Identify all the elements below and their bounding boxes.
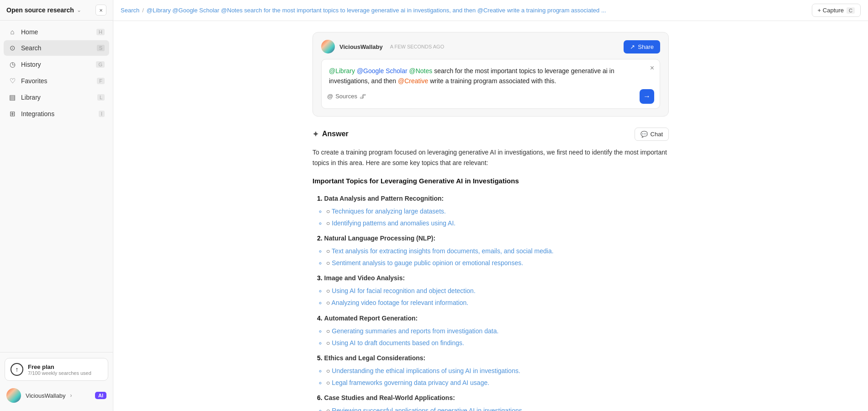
list-number: 3.	[317, 274, 323, 282]
nav-item-left-search: ⊙ Search	[8, 44, 41, 52]
sparkle-icon: ✦	[312, 130, 318, 139]
answer-sub-item: Reviewing successful applications of gen…	[326, 406, 669, 411]
nav-item-left-home: ⌂ Home	[8, 28, 38, 36]
user-chevron-icon: ›	[70, 392, 72, 399]
nav-item-label-search: Search	[21, 44, 41, 52]
nav-item-label-home: Home	[21, 28, 38, 36]
list-title: Data Analysis and Pattern Recognition:	[324, 195, 444, 202]
answer-sub-list: Using AI for facial recognition and obje…	[326, 286, 669, 308]
sidebar-title-group: Open source research ⌄	[6, 6, 81, 14]
capture-label: + Capture	[818, 7, 844, 14]
sources-button[interactable]: @ Sources 🖇	[327, 92, 366, 100]
send-icon: →	[643, 92, 651, 101]
favorites-icon: ♡	[8, 77, 16, 85]
topbar: Search / @Library @Google Scholar @Notes…	[113, 0, 868, 21]
nav-item-key-integrations: I	[99, 111, 105, 117]
nav-item-left-history: ◷ History	[8, 60, 41, 69]
share-button[interactable]: ↗ Share	[624, 40, 660, 53]
list-title: Image and Video Analysis:	[324, 274, 405, 282]
capture-button[interactable]: + Capture C	[812, 4, 861, 17]
nav-item-label-integrations: Integrations	[21, 110, 54, 117]
answer-sub-item: Using AI to draft documents based on fin…	[326, 338, 669, 348]
attach-icon: 🖇	[360, 92, 366, 100]
sidebar-item-library[interactable]: ▤ Library L	[4, 90, 109, 105]
sidebar-title: Open source research	[6, 6, 74, 14]
chat-button[interactable]: 💬 Chat	[635, 128, 669, 141]
ai-badge: AI	[95, 392, 106, 399]
query-bottom-bar: @ Sources 🖇 →	[327, 89, 654, 104]
query-text: @Library @Google Scholar @Notes search f…	[329, 66, 652, 86]
query-close-button[interactable]: ×	[650, 64, 654, 72]
query-card: ViciousWallaby A FEW SECONDS AGO ↗ Share…	[312, 32, 669, 117]
answer-sub-item: Understanding the ethical implications o…	[326, 366, 669, 376]
search-icon: ⊙	[8, 44, 16, 52]
sidebar: Open source research ⌄ × ⌂ Home H ⊙ Sear…	[0, 0, 113, 411]
send-button[interactable]: →	[640, 89, 654, 104]
answer-sub-list: Understanding the ethical implications o…	[326, 366, 669, 388]
sidebar-footer: ↑ Free plan 7/100 weekly searches used V…	[0, 352, 113, 411]
nav-item-left-favorites: ♡ Favorites	[8, 77, 48, 85]
answer-title-label: Answer	[322, 130, 349, 138]
table-row: 4. Automated Report Generation: Generati…	[317, 313, 669, 348]
user-row-left: ViciousWallaby ›	[6, 388, 72, 403]
answer-title: ✦ Answer	[312, 130, 349, 139]
content-area: ViciousWallaby A FEW SECONDS AGO ↗ Share…	[113, 21, 868, 411]
content-inner: ViciousWallaby A FEW SECONDS AGO ↗ Share…	[303, 32, 678, 411]
sidebar-header: Open source research ⌄ ×	[0, 0, 113, 21]
table-row: 3. Image and Video Analysis: Using AI fo…	[317, 273, 669, 308]
share-icon: ↗	[630, 43, 635, 50]
sidebar-item-home[interactable]: ⌂ Home H	[4, 24, 109, 39]
answer-sub-item: Sentiment analysis to gauge public opini…	[326, 258, 669, 268]
sources-label: Sources	[335, 93, 357, 100]
sidebar-nav: ⌂ Home H ⊙ Search S ◷ History G ♡ Favori…	[0, 21, 113, 352]
nav-item-label-library: Library	[21, 94, 41, 101]
free-plan-sub-label: 7/100 weekly searches used	[28, 370, 91, 376]
breadcrumb: Search / @Library @Google Scholar @Notes…	[121, 7, 812, 14]
integrations-icon: ⊞	[8, 110, 16, 118]
sidebar-close-button[interactable]: ×	[95, 5, 106, 16]
free-plan-info: Free plan 7/100 weekly searches used	[28, 363, 91, 376]
list-title: Case Studies and Real-World Applications…	[324, 394, 455, 401]
nav-item-left-integrations: ⊞ Integrations	[8, 110, 54, 118]
answer-header: ✦ Answer 💬 Chat	[312, 128, 669, 141]
answer-sub-item: Techniques for analyzing large datasets.	[326, 206, 669, 217]
table-row: 2. Natural Language Processing (NLP): Te…	[317, 233, 669, 268]
avatar	[6, 388, 21, 403]
answer-heading: Important Topics for Leveraging Generati…	[312, 176, 669, 187]
answer-sub-item: Legal frameworks governing data privacy …	[326, 378, 669, 388]
answer-section: ✦ Answer 💬 Chat To create a training pro…	[312, 128, 669, 411]
list-number: 2.	[317, 235, 323, 242]
user-row[interactable]: ViciousWallaby › AI	[5, 385, 108, 406]
sidebar-item-favorites[interactable]: ♡ Favorites F	[4, 73, 109, 89]
answer-sub-list: Text analysis for extracting insights fr…	[326, 246, 669, 268]
main-panel: Search / @Library @Google Scholar @Notes…	[113, 0, 868, 411]
list-title: Automated Report Generation:	[324, 315, 418, 322]
sidebar-item-history[interactable]: ◷ History G	[4, 57, 109, 72]
answer-sub-item: Generating summaries and reports from in…	[326, 326, 669, 336]
answer-sub-list: Techniques for analyzing large datasets.…	[326, 206, 669, 229]
sidebar-item-search[interactable]: ⊙ Search S	[4, 40, 109, 56]
sidebar-item-integrations[interactable]: ⊞ Integrations I	[4, 106, 109, 122]
list-number: 6.	[317, 394, 323, 401]
chat-label: Chat	[651, 131, 663, 138]
nav-item-key-search: S	[97, 45, 105, 51]
nav-item-key-history: G	[96, 61, 105, 68]
username-label: ViciousWallaby	[26, 392, 65, 399]
nav-item-key-library: L	[97, 94, 105, 101]
list-number: 4.	[317, 315, 323, 322]
answer-sub-item: Analyzing video footage for relevant inf…	[326, 298, 669, 308]
list-title: Natural Language Processing (NLP):	[324, 235, 435, 242]
tag-scholar: @Google Scholar	[357, 67, 408, 75]
list-number: 5.	[317, 354, 323, 362]
breadcrumb-query-text: @Library @Google Scholar @Notes search f…	[147, 7, 606, 14]
tag-notes: @Notes	[409, 67, 433, 75]
query-user-info: ViciousWallaby A FEW SECONDS AGO	[321, 40, 444, 53]
at-icon: @	[327, 93, 333, 100]
answer-topics-list: 1. Data Analysis and Pattern Recognition…	[312, 193, 669, 411]
answer-sub-item: Using AI for facial recognition and obje…	[326, 286, 669, 296]
breadcrumb-search-link[interactable]: Search	[121, 7, 139, 14]
history-icon: ◷	[8, 60, 16, 69]
table-row: 5. Ethics and Legal Considerations: Unde…	[317, 353, 669, 388]
answer-sub-list: Generating summaries and reports from in…	[326, 326, 669, 348]
chat-icon: 💬	[640, 131, 648, 138]
